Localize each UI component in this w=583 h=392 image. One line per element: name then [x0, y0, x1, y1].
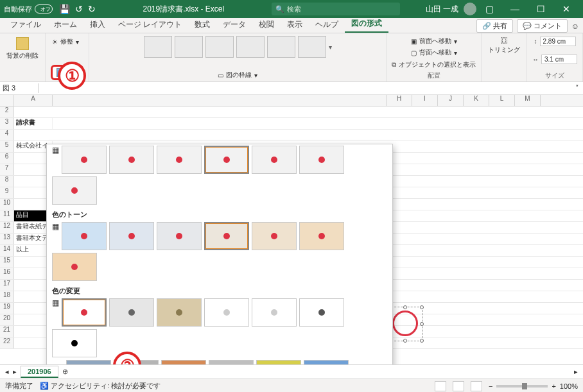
undo-icon[interactable]: ↺	[75, 4, 83, 14]
swatch[interactable]	[157, 222, 202, 250]
redo-icon[interactable]: ↻	[88, 4, 96, 14]
swatch-selected[interactable]	[204, 222, 249, 250]
swatch[interactable]	[157, 146, 202, 174]
swatch[interactable]	[252, 146, 297, 174]
close-icon[interactable]: ✕	[553, 0, 579, 18]
swatch[interactable]	[252, 298, 297, 327]
accessibility-status[interactable]: ♿ アクセシビリティ: 検討が必要です	[40, 381, 161, 391]
ribbon: 背景の削除 ☀ 修整 ▾ 色 ▾ ▾ ▭ 図の枠線 ▾ ▣ 前面へ移動 ▾ ▢ …	[0, 33, 583, 82]
tab-help[interactable]: ヘルプ	[309, 17, 345, 33]
swatch[interactable]	[256, 360, 301, 364]
tab-page-layout[interactable]: ページ レイアウト	[112, 17, 188, 33]
sheet-tab[interactable]: 201906	[21, 366, 58, 378]
normal-view-icon[interactable]	[435, 381, 446, 391]
style-thumb[interactable]	[144, 36, 172, 58]
share-button[interactable]: 🔗 共有	[476, 19, 513, 33]
cell-a3[interactable]: 請求書	[14, 118, 53, 129]
col-L[interactable]: L	[489, 95, 515, 106]
zoom-slider[interactable]	[496, 385, 548, 388]
select-all[interactable]	[0, 95, 14, 106]
ribbon-display-options-icon[interactable]: ▢	[476, 0, 502, 18]
sheet-nav-prev-icon[interactable]: ◂	[5, 368, 9, 376]
tab-review[interactable]: 校閲	[252, 17, 281, 33]
tab-insert[interactable]: 挿入	[83, 17, 112, 33]
picture-styles-gallery[interactable]: ▾	[144, 36, 332, 58]
zoom-out-icon[interactable]: −	[489, 382, 492, 390]
swatch[interactable]	[109, 222, 154, 250]
new-sheet-icon[interactable]: ⊕	[62, 368, 68, 376]
col-H[interactable]: H	[387, 95, 412, 106]
style-thumb[interactable]	[205, 36, 234, 58]
tab-formulas[interactable]: 数式	[188, 17, 216, 33]
swatch[interactable]	[62, 146, 107, 174]
swatch[interactable]	[52, 253, 97, 281]
swatch[interactable]	[52, 329, 97, 357]
swatch[interactable]	[109, 298, 154, 327]
zoom-in-icon[interactable]: +	[552, 382, 555, 390]
swatch[interactable]	[299, 298, 344, 327]
swatch-selected[interactable]	[62, 298, 107, 327]
tab-home[interactable]: ホーム	[48, 17, 83, 33]
collapse-ribbon-icon[interactable]: ˅	[571, 84, 583, 92]
swatch[interactable]	[299, 222, 344, 250]
height-input[interactable]: 2.89 cm	[540, 37, 576, 46]
swatch[interactable]	[209, 360, 254, 364]
crop-button[interactable]: ⿴ トリミング	[487, 36, 521, 56]
swatch[interactable]	[299, 146, 344, 174]
swatch[interactable]	[304, 360, 349, 364]
picture-border-button[interactable]: ▭ 図の枠線 ▾	[218, 70, 257, 80]
bring-forward-button[interactable]: ▣ 前面へ移動 ▾	[411, 36, 457, 46]
selection-pane-button[interactable]: ⧉ オブジェクトの選択と表示	[392, 60, 476, 70]
col-K[interactable]: K	[464, 95, 489, 106]
swatch[interactable]	[62, 222, 107, 250]
style-thumb[interactable]	[298, 36, 326, 58]
selected-picture[interactable]	[388, 307, 422, 341]
col-A[interactable]: A	[14, 95, 53, 106]
swatch[interactable]	[161, 360, 206, 364]
tab-data[interactable]: データ	[216, 17, 252, 33]
swatch[interactable]	[52, 176, 97, 205]
user-area[interactable]: 山田 一成	[426, 3, 476, 15]
scroll-right-icon[interactable]: ▸	[574, 368, 578, 376]
style-thumb[interactable]	[236, 36, 265, 58]
send-backward-button[interactable]: ▢ 背面へ移動 ▾	[411, 47, 457, 58]
search-icon: 🔍	[275, 5, 284, 13]
swatch-selected[interactable]	[204, 146, 249, 174]
minimize-icon[interactable]: —	[502, 0, 528, 18]
swatch[interactable]	[204, 298, 249, 327]
name-box[interactable]: 図 3	[0, 83, 39, 93]
swatch[interactable]	[252, 222, 297, 250]
save-icon[interactable]: 💾	[59, 4, 70, 14]
maximize-icon[interactable]: ☐	[528, 0, 553, 18]
remove-bg-button[interactable]: 背景の削除	[5, 36, 40, 62]
group-picture-styles: ▾ ▭ 図の枠線 ▾	[89, 33, 387, 81]
tab-view[interactable]: 表示	[281, 17, 309, 33]
worksheet[interactable]: A H I J K L M 2 3請求書 4 5株式会社イ 6 7 8 9 10…	[0, 95, 583, 364]
zoom-control[interactable]: − + 100%	[489, 382, 578, 390]
swatch[interactable]	[157, 298, 202, 327]
style-thumb[interactable]	[175, 36, 203, 58]
autosave-toggle[interactable]: 自動保存 オフ	[4, 4, 53, 14]
page-layout-view-icon[interactable]	[453, 381, 464, 391]
zoom-level[interactable]: 100%	[560, 382, 578, 390]
tab-file[interactable]: ファイル	[4, 17, 48, 33]
style-thumb[interactable]	[267, 36, 295, 58]
swatch[interactable]	[109, 146, 154, 174]
search-box[interactable]: 🔍 検索	[272, 3, 400, 15]
width-input[interactable]: 3.1 cm	[541, 55, 577, 64]
corrections-button[interactable]: ☀ 修整 ▾	[51, 36, 80, 47]
comments-button[interactable]: 💬 コメント	[517, 19, 568, 33]
sheet-nav-next-icon[interactable]: ▸	[13, 368, 17, 376]
ribbon-tabs: ファイル ホーム 挿入 ページ レイアウト 数式 データ 校閲 表示 ヘルプ 図…	[0, 18, 583, 33]
page-break-view-icon[interactable]	[471, 381, 482, 391]
status-bar: 準備完了 ♿ アクセシビリティ: 検討が必要です − + 100%	[0, 379, 583, 392]
col-I[interactable]: I	[412, 95, 438, 106]
title-bar: 自動保存 オフ 💾 ↺ ↻ 2019請求書.xlsx - Excel 🔍 検索 …	[0, 0, 583, 18]
col-M[interactable]: M	[515, 95, 541, 106]
swatch[interactable]	[66, 360, 111, 364]
smiley-icon[interactable]: ☺	[571, 22, 579, 31]
gallery-more-icon[interactable]: ▾	[329, 44, 332, 51]
tone-current-icon: ▦	[52, 222, 59, 250]
col-J[interactable]: J	[438, 95, 464, 106]
tab-picture-format[interactable]: 図の形式	[345, 15, 388, 33]
